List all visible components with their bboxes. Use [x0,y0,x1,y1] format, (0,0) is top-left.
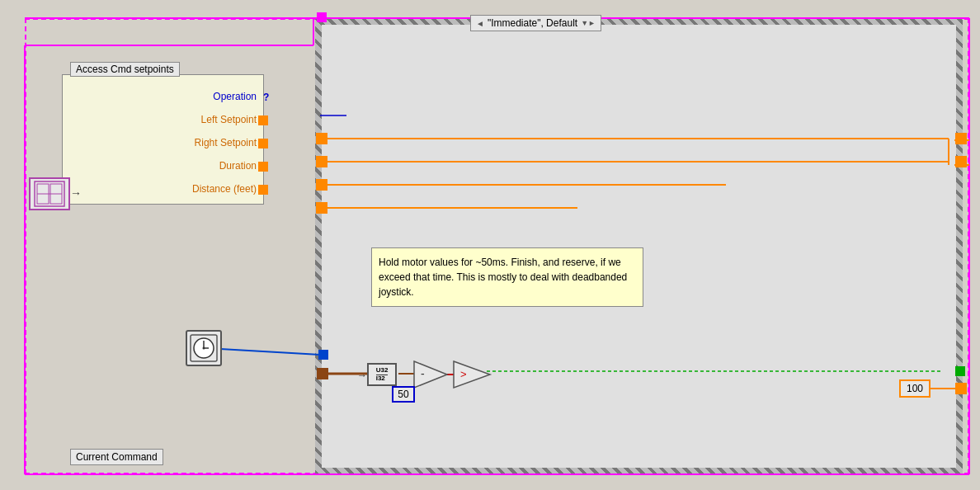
cluster-row-operation: Operation ? [63,85,263,108]
cluster-label-distance: Distance (feet) [63,183,263,195]
subtract-node: - [412,360,452,389]
svg-text:>: > [460,368,467,380]
clock-icon [186,330,222,366]
cluster-row-right-setpoint: Right Setpoint [63,131,263,154]
frame-terminal-left-setpoint [316,133,327,144]
value-100[interactable]: 100 [899,379,931,398]
cluster-label-operation: Operation [63,91,263,102]
svg-marker-34 [454,361,490,388]
input-node [29,177,70,210]
cluster-box: Operation ? Left Setpoint Right Setpoint… [62,74,264,205]
gt-node: > [452,360,495,389]
right-setpoint-terminal [258,139,268,148]
pink-terminal-top [317,12,327,22]
cluster-label-right-setpoint: Right Setpoint [63,137,263,148]
cluster-row-left-setpoint: Left Setpoint [63,108,263,131]
arrow-to-cluster: → [70,186,82,200]
operation-terminal: ? [263,92,275,103]
cluster-label-duration: Duration [63,160,263,172]
arrow-input-indicator: → [357,370,367,381]
svg-point-31 [203,347,205,350]
frame-terminal-duration [316,179,327,191]
left-setpoint-terminal [258,115,268,125]
immediate-dropdown[interactable]: "Immediate", Default [470,15,601,31]
svg-line-13 [205,348,320,355]
cluster-row-distance: Distance (feet) [63,177,263,200]
svg-text:-: - [421,367,425,380]
convert-node: U32 I32 [367,363,397,386]
cluster-row-duration: Duration [63,154,263,177]
frame-terminal-right-1 [955,133,967,144]
svg-marker-32 [414,361,447,388]
frame-terminal-right-2 [955,156,967,167]
comment-box: Hold motor values for ~50ms. Finish, and… [371,247,643,307]
dropdown-label: "Immediate", Default [488,17,577,29]
current-command-label: Current Command [70,449,163,465]
frame-terminal-green [955,366,965,376]
distance-terminal [258,185,268,195]
frame-terminal-right-bottom [955,383,967,394]
frame-terminal-blue [318,350,328,360]
cluster-title: Access Cmd setpoints [70,62,180,77]
value-50[interactable]: 50 [392,386,415,403]
frame-terminal-brown [317,368,328,379]
frame-terminal-right-setpoint [316,156,327,167]
cluster-label-left-setpoint: Left Setpoint [63,114,263,125]
duration-terminal [258,162,268,172]
frame-terminal-distance [316,202,327,214]
